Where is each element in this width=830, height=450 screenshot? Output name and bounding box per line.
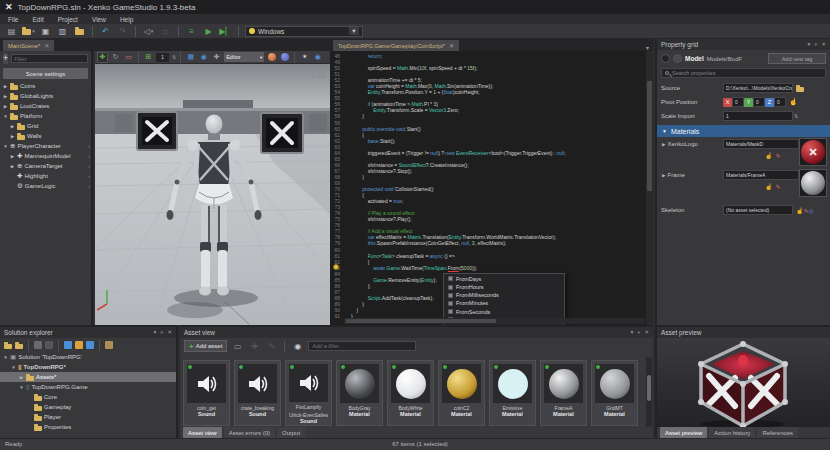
hierarchy-filter-input[interactable]	[11, 54, 88, 63]
tab-asset-view[interactable]: Asset view	[183, 427, 222, 438]
hierarchy-item-mannequinmodel[interactable]: ▶✚MannequinModel›	[0, 151, 91, 161]
asset-card-fistlamplly[interactable]: FistLampllyUlrick-EvenSallesSound	[285, 360, 332, 426]
rotate-gizmo-button[interactable]: ↻	[110, 52, 121, 63]
add-new-tag-button[interactable]: Add new tag	[768, 53, 826, 64]
material-value[interactable]: Materials/MaskD	[723, 139, 799, 149]
translate-gizmo-button[interactable]: ✥	[97, 52, 108, 63]
close-icon[interactable]: ✕	[167, 329, 172, 336]
effects-button[interactable]: ✶	[299, 52, 310, 63]
editor-horizontal-scrollbar[interactable]	[344, 318, 645, 324]
property-search-box[interactable]: Search properties	[661, 68, 826, 78]
skeleton-value[interactable]: (No asset selected)	[723, 205, 793, 215]
menu-view[interactable]: View	[92, 16, 106, 23]
expander-icon[interactable]: ▶	[10, 154, 15, 159]
hierarchy-item-playercharacter[interactable]: ▼⊕PlayerCharacter›	[0, 141, 91, 151]
snap-stepper[interactable]: ⇅	[172, 54, 176, 60]
expander-icon[interactable]: ▼	[19, 385, 24, 390]
hierarchy-item-lootcrates[interactable]: ▶LootCrates	[0, 101, 91, 111]
solution-item-properties[interactable]: Properties	[0, 422, 176, 432]
expander-icon[interactable]: ▶	[662, 173, 665, 178]
tag-button[interactable]: ▭	[231, 340, 244, 352]
folder-button[interactable]	[73, 25, 86, 37]
completion-item-fromseconds[interactable]: FromSeconds	[444, 308, 564, 316]
scale-gizmo-button[interactable]: ▭	[123, 52, 134, 63]
new-project-button[interactable]: ▤	[5, 25, 18, 37]
navigation-button[interactable]: ◉	[312, 52, 323, 63]
start-debug-button[interactable]: ▶▏	[219, 25, 232, 37]
asset-preview-canvas[interactable]	[657, 338, 830, 427]
asset-card-bodygray[interactable]: BodyGrayMaterial	[336, 360, 383, 426]
local-space-button[interactable]: ◉	[198, 52, 209, 63]
tab-references[interactable]: References	[757, 427, 798, 438]
tab-asset-errors-0-[interactable]: Asset errors (0)	[224, 427, 275, 438]
asset-card-bodywhite[interactable]: BodyWhiteMaterial	[387, 360, 434, 426]
completion-item-fromhours[interactable]: FromHours	[444, 283, 564, 291]
editor-vertical-scrollbar[interactable]	[646, 51, 653, 325]
expander-icon[interactable]: ▼	[3, 114, 8, 119]
dock-menu-icon[interactable]: ▾	[808, 41, 811, 48]
asset-filter-input[interactable]	[308, 341, 416, 351]
hand-pick-icon[interactable]: ☝	[765, 152, 773, 159]
asset-card-crate-breaking[interactable]: crate_breakingSound	[234, 360, 281, 426]
undo-button[interactable]: ↶	[99, 25, 112, 37]
platform-select[interactable]: Windows ▾	[245, 26, 363, 37]
material-value[interactable]: Materials/FrameA	[723, 170, 799, 180]
asset-card-gridmt[interactable]: GridMTMaterial	[591, 360, 638, 426]
solution-item-assets-[interactable]: ▶Assets*	[0, 372, 176, 382]
camera-mode-select[interactable]: Editor ▾	[224, 52, 264, 62]
hierarchy-item-globallights[interactable]: ▶GlobalLights	[0, 91, 91, 101]
menu-help[interactable]: Help	[120, 16, 133, 23]
pin-icon[interactable]: ⌖	[814, 41, 817, 48]
expander-icon[interactable]: ▶	[3, 94, 8, 99]
pivot-x-input[interactable]: 0	[732, 97, 744, 107]
completion-item-frommilliseconds[interactable]: FromMilliseconds	[444, 291, 564, 299]
asset-card-framea[interactable]: FrameAMaterial	[540, 360, 587, 426]
solution-item-topdownrpg-game[interactable]: ▼▯TopDownRPG.Game	[0, 382, 176, 392]
tab-coinscript[interactable]: TopDownRPG.Game/Gameplay/CoinScript* ✕	[333, 40, 459, 51]
graph-node3-icon[interactable]	[86, 341, 94, 349]
open-folder-icon[interactable]	[15, 344, 23, 349]
new-folder-icon[interactable]	[4, 344, 12, 349]
code-editor[interactable]: 48 return;4950 spinSpeed = Math.Min(10f,…	[330, 51, 653, 325]
scene-viewport[interactable]	[95, 64, 330, 325]
redo-button[interactable]: ↷	[116, 25, 129, 37]
menu-file[interactable]: File	[8, 16, 18, 23]
pivot-z-input[interactable]: 0	[774, 97, 786, 107]
close-icon[interactable]: ✕	[449, 42, 454, 49]
picker-icon[interactable]: ◎	[809, 207, 814, 214]
import-button[interactable]: ✚	[248, 340, 261, 352]
solution-item-topdownrpg-[interactable]: ▼▮TopDownRPG*	[0, 362, 176, 372]
expander-icon[interactable]: ▼	[3, 355, 8, 360]
materials-section-header[interactable]: ▼ Materials	[657, 125, 830, 137]
start-button[interactable]: ▶	[202, 25, 215, 37]
edit-icon[interactable]: ✎	[776, 152, 781, 159]
dock-menu-icon[interactable]: ▾	[154, 329, 157, 336]
graph-node2-icon[interactable]	[75, 341, 83, 349]
tab-list-button[interactable]: ▾	[642, 44, 653, 51]
add-entity-button[interactable]: +	[3, 53, 8, 64]
reload-assemblies-button[interactable]: ≡	[185, 25, 198, 37]
expander-icon[interactable]: ▼	[11, 365, 16, 370]
hand-pick-icon[interactable]: ☝	[796, 207, 804, 214]
completion-item-fromdays[interactable]: FromDays	[444, 275, 564, 283]
expander-icon[interactable]: ▼	[3, 144, 8, 149]
expander-icon[interactable]: ▶	[662, 142, 665, 147]
eye-filter-button[interactable]: ◉	[291, 340, 304, 352]
hierarchy-item-grid[interactable]: ▶Grid	[0, 121, 91, 131]
magnet-button[interactable]: ✚	[211, 52, 222, 63]
pivot-y-input[interactable]: 0	[753, 97, 765, 107]
scale-stepper[interactable]: ⇅	[794, 113, 798, 119]
hierarchy-item-coins[interactable]: ▶Coins	[0, 81, 91, 91]
copy-icon[interactable]	[34, 341, 42, 349]
world-space-button[interactable]: ▦	[185, 52, 196, 63]
snap-button[interactable]: ⊞	[143, 52, 154, 63]
add-asset-button[interactable]: + Add asset	[184, 340, 227, 352]
paste-icon[interactable]	[45, 341, 53, 349]
hierarchy-item-platform[interactable]: ▼Platform	[0, 111, 91, 121]
expander-icon[interactable]: ▶	[19, 375, 24, 380]
hierarchy-item-cameratarget[interactable]: ▶⊕CameraTarget›	[0, 161, 91, 171]
references-button[interactable]: ◁▾	[142, 25, 155, 37]
save-all-button[interactable]: ▥	[56, 25, 69, 37]
solution-item-player[interactable]: Player	[0, 412, 176, 422]
expander-icon[interactable]: ▶	[3, 84, 8, 89]
